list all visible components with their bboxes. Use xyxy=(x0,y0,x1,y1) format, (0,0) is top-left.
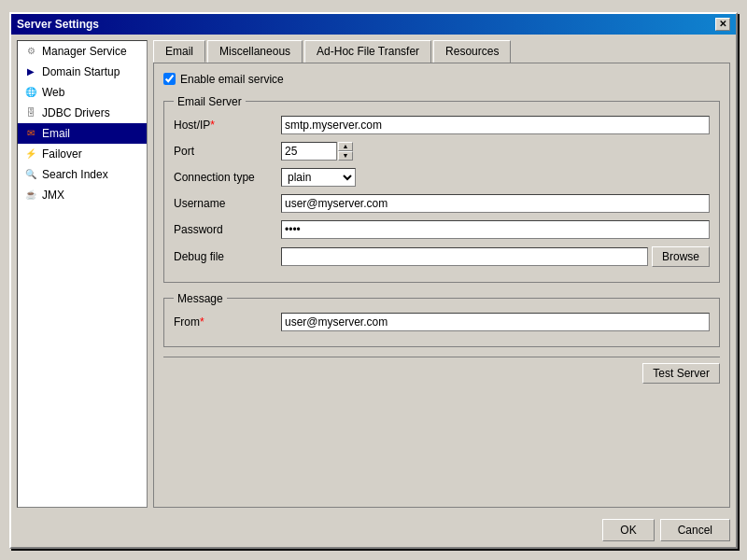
port-up-button[interactable]: ▲ xyxy=(338,142,353,151)
close-button[interactable]: ✕ xyxy=(715,18,730,31)
port-down-button[interactable]: ▼ xyxy=(338,151,353,161)
server-settings-window: Server Settings ✕ ⚙Manager Service▶Domai… xyxy=(9,12,738,549)
tab-resources[interactable]: Resources xyxy=(433,40,511,63)
username-label: Username xyxy=(174,197,281,210)
sidebar-item-manager-service[interactable]: ⚙Manager Service xyxy=(18,41,147,62)
test-server-area: Test Server xyxy=(163,357,720,389)
username-input[interactable] xyxy=(281,194,710,213)
sidebar-label-failover: Failover xyxy=(42,147,82,161)
debug-label: Debug file xyxy=(174,250,281,263)
jdbc-drivers-icon: 🗄 xyxy=(23,105,38,120)
sidebar-label-domain-startup: Domain Startup xyxy=(42,65,120,78)
port-row: Port ▲ ▼ xyxy=(174,142,710,161)
cancel-button[interactable]: Cancel xyxy=(660,519,730,541)
web-icon: 🌐 xyxy=(23,85,38,100)
window-body: ⚙Manager Service▶Domain Startup🌐Web🗄JDBC… xyxy=(11,35,736,513)
sidebar-label-search-index: Search Index xyxy=(42,168,108,181)
domain-startup-icon: ▶ xyxy=(23,64,38,79)
connection-select[interactable]: plain SSL TLS xyxy=(281,168,356,187)
password-input[interactable] xyxy=(281,220,710,239)
sidebar-label-jdbc-drivers: JDBC Drivers xyxy=(42,106,110,119)
sidebar-item-search-index[interactable]: 🔍Search Index xyxy=(18,164,147,185)
port-input[interactable] xyxy=(281,142,337,161)
sidebar: ⚙Manager Service▶Domain Startup🌐Web🗄JDBC… xyxy=(17,40,148,508)
email-server-group: Email Server Host/IP* Port ▲ ▼ xyxy=(163,95,720,283)
email-icon: ✉ xyxy=(23,126,38,141)
sidebar-item-failover[interactable]: ⚡Failover xyxy=(18,144,147,164)
search-index-icon: 🔍 xyxy=(23,167,38,182)
window-title: Server Settings xyxy=(17,18,99,31)
sidebar-item-web[interactable]: 🌐Web xyxy=(18,82,147,103)
failover-icon: ⚡ xyxy=(23,147,38,161)
debug-input[interactable] xyxy=(281,247,648,266)
sidebar-item-domain-startup[interactable]: ▶Domain Startup xyxy=(18,62,147,82)
from-label: From* xyxy=(174,315,281,329)
enable-email-row: Enable email service xyxy=(163,73,720,86)
host-row: Host/IP* xyxy=(174,116,710,134)
connection-label: Connection type xyxy=(174,171,281,184)
tab-miscellaneous[interactable]: Miscellaneous xyxy=(207,40,303,63)
sidebar-label-web: Web xyxy=(42,86,64,99)
enable-email-checkbox[interactable] xyxy=(163,73,176,85)
main-panel: EmailMiscellaneousAd-Hoc File TransferRe… xyxy=(153,40,730,508)
from-input[interactable] xyxy=(281,313,710,331)
password-label: Password xyxy=(174,223,281,236)
host-label: Host/IP* xyxy=(174,119,281,132)
title-bar: Server Settings ✕ xyxy=(11,14,736,35)
message-group: Message From* xyxy=(163,292,720,347)
sidebar-label-jmx: JMX xyxy=(42,189,64,202)
port-spinner: ▲ ▼ xyxy=(338,142,353,161)
debug-row: Debug file Browse xyxy=(174,246,710,267)
tabs-bar: EmailMiscellaneousAd-Hoc File TransferRe… xyxy=(153,40,730,63)
sidebar-item-jdbc-drivers[interactable]: 🗄JDBC Drivers xyxy=(18,103,147,123)
test-server-button[interactable]: Test Server xyxy=(642,363,720,384)
bottom-buttons: OK Cancel xyxy=(11,513,736,547)
connection-row: Connection type plain SSL TLS xyxy=(174,168,710,187)
sidebar-label-email: Email xyxy=(42,127,70,140)
host-input[interactable] xyxy=(281,116,710,134)
tab-adhoc[interactable]: Ad-Hoc File Transfer xyxy=(304,40,431,63)
port-label: Port xyxy=(174,145,281,158)
manager-service-icon: ⚙ xyxy=(23,44,38,59)
email-server-legend: Email Server xyxy=(174,95,246,108)
password-row: Password xyxy=(174,220,710,239)
enable-email-label: Enable email service xyxy=(180,73,284,86)
ok-button[interactable]: OK xyxy=(602,519,654,541)
sidebar-item-jmx[interactable]: ☕JMX xyxy=(18,185,147,205)
sidebar-item-email[interactable]: ✉Email xyxy=(18,123,147,144)
jmx-icon: ☕ xyxy=(23,188,38,203)
browse-button[interactable]: Browse xyxy=(652,246,710,267)
username-row: Username xyxy=(174,194,710,213)
sidebar-label-manager-service: Manager Service xyxy=(42,45,127,58)
from-row: From* xyxy=(174,313,710,331)
tab-email[interactable]: Email xyxy=(153,40,205,63)
tab-content: Enable email service Email Server Host/I… xyxy=(153,63,730,508)
message-legend: Message xyxy=(174,292,227,305)
